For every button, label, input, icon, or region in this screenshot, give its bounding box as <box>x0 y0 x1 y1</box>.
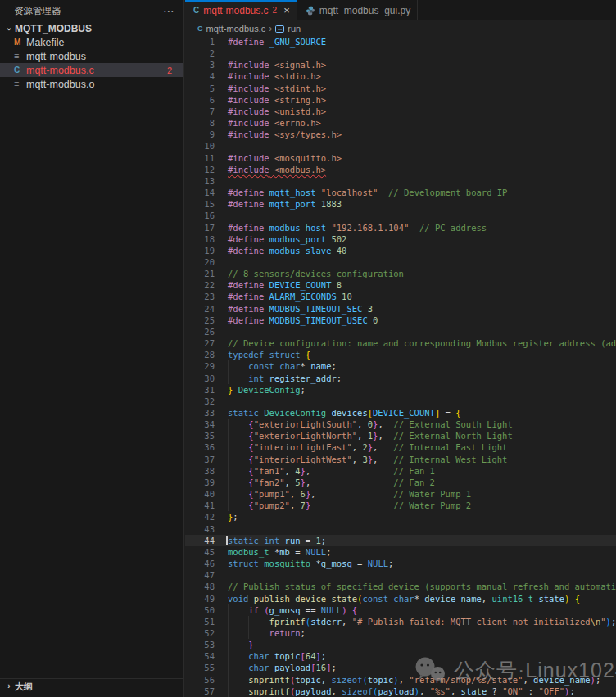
code-line[interactable]: 14#define mqtt_host "localhost" // Devel… <box>185 187 616 198</box>
code-line[interactable]: 48// Publish status of specified device … <box>185 581 616 592</box>
code-line[interactable]: 11#include <mosquitto.h> <box>185 152 616 164</box>
code-line[interactable]: 57 snprintf(payload, sizeof(payload), "%… <box>185 686 616 697</box>
code-line[interactable]: 27// Device configuration: name and corr… <box>185 337 616 349</box>
code-line[interactable]: 4#include <stdio.h> <box>185 70 616 82</box>
line-text: #define MODBUS_TIMEOUT_USEC 0 <box>228 315 378 326</box>
code-line[interactable]: 10 <box>185 140 616 152</box>
code-line[interactable]: 36 {"interiorLightEast", 2}, // Internal… <box>185 441 616 453</box>
more-actions-icon[interactable]: ⋯ <box>163 4 175 17</box>
code-line[interactable]: 41 {"pump2", 7} // Water Pump 2 <box>185 500 616 511</box>
code-line[interactable]: 12#include <modbus.h> <box>185 164 616 175</box>
file-name: Makefile <box>26 37 183 48</box>
line-text: #include <signal.h> <box>228 59 326 70</box>
code-line[interactable]: 37 {"interiorLightWest", 3}, // Internal… <box>185 454 616 465</box>
code-line[interactable]: 1#define _GNU_SOURCE <box>185 36 616 48</box>
code-line[interactable]: 51 fprintf(stderr, "# Publish failed: MQ… <box>185 616 616 627</box>
code-line[interactable]: 46struct mosquitto *g_mosq = NULL; <box>185 558 616 569</box>
tab-mqtt-modbus-c[interactable]: C mqtt-modbus.c 2 × <box>185 0 297 20</box>
code-line[interactable]: 34 {"exteriorLightSouth", 0}, // Externa… <box>185 419 616 430</box>
tree-item-makefile[interactable]: MMakefile <box>0 35 183 49</box>
line-number: 47 <box>185 569 215 581</box>
tab-mqtt-modbus-gui-py[interactable]: mqtt_modbus_gui.py <box>297 0 418 20</box>
code-line[interactable]: 42}; <box>185 511 616 523</box>
explorer-title: 资源管理器 <box>14 5 163 17</box>
code-line[interactable]: 45modbus_t *mb = NULL; <box>185 546 616 558</box>
tree-item-mqtt-modbus[interactable]: ≡mqtt-modbus <box>0 49 183 63</box>
code-line[interactable]: 22#define DEVICE_COUNT 8 <box>185 279 616 291</box>
breadcrumb-symbol[interactable]: run <box>288 24 301 34</box>
line-number: 37 <box>185 454 215 465</box>
code-line[interactable]: 3#include <signal.h> <box>185 59 616 70</box>
line-text: int register_addr; <box>228 373 342 384</box>
code-line[interactable]: 5#include <stdint.h> <box>185 83 616 94</box>
code-line[interactable]: 9#include <sys/types.h> <box>185 129 616 140</box>
code-line[interactable]: 20 <box>185 256 616 268</box>
code-line[interactable]: 53 } <box>185 639 616 650</box>
line-number: 19 <box>185 245 215 256</box>
line-text: char payload[16]; <box>228 662 337 673</box>
line-number: 2 <box>185 48 215 59</box>
code-line[interactable]: 15#define mqtt_port 1883 <box>185 198 616 210</box>
code-line[interactable]: 23#define ALARM_SECONDS 10 <box>185 291 616 302</box>
close-icon[interactable]: × <box>283 5 290 16</box>
line-text: {"fan1", 4}, // Fan 1 <box>228 465 435 477</box>
line-text: #define _GNU_SOURCE <box>228 36 326 48</box>
code-line[interactable]: 29 const char* name; <box>185 360 616 372</box>
code-line[interactable]: 56 snprintf(topic, sizeof(topic), "refar… <box>185 674 616 686</box>
code-line[interactable]: 52 return; <box>185 627 616 639</box>
code-line[interactable]: 6#include <string.h> <box>185 94 616 106</box>
code-line[interactable]: 31} DeviceConfig; <box>185 384 616 396</box>
code-line[interactable]: 13 <box>185 175 616 187</box>
code-line[interactable]: 17#define modbus_host "192.168.1.104" //… <box>185 222 616 233</box>
code-line[interactable]: 38 {"fan1", 4}, // Fan 1 <box>185 465 616 477</box>
breadcrumb-file[interactable]: mqtt-modbus.c <box>206 24 266 34</box>
line-number: 5 <box>185 83 215 94</box>
code-editor[interactable]: 1#define _GNU_SOURCE23#include <signal.h… <box>185 36 616 697</box>
line-number: 15 <box>185 198 215 210</box>
outline-section-header[interactable]: › 大纲 <box>0 678 183 695</box>
code-line[interactable]: 35 {"exteriorLightNorth", 1}, // Externa… <box>185 430 616 441</box>
code-line[interactable]: 24#define MODBUS_TIMEOUT_SEC 3 <box>185 303 616 315</box>
code-line[interactable]: 16 <box>185 210 616 221</box>
line-number: 6 <box>185 94 215 106</box>
code-line[interactable]: 43 <box>185 523 616 535</box>
code-line[interactable]: 30 int register_addr; <box>185 373 616 384</box>
indent-guide <box>228 419 229 430</box>
tree-item-mqtt-modbus-o[interactable]: ≡mqtt-modbus.o <box>0 77 183 91</box>
code-line[interactable]: 44static int run = 1; <box>185 535 616 546</box>
code-line[interactable]: 54 char topic[64]; <box>185 650 616 662</box>
tab-label: mqtt-modbus.c <box>203 5 268 16</box>
code-line[interactable]: 18#define modbus_port 502 <box>185 233 616 245</box>
line-number: 50 <box>185 604 215 616</box>
code-line[interactable]: 32 <box>185 396 616 407</box>
explorer-header: 资源管理器 ⋯ <box>0 0 183 21</box>
line-text: #include <sys/types.h> <box>228 129 342 140</box>
code-line[interactable]: 21// 8 sensors/devices configuration <box>185 268 616 279</box>
c-file-icon: C <box>14 66 26 75</box>
code-line[interactable]: 40 {"pump1", 6}, // Water Pump 1 <box>185 488 616 500</box>
line-text: char topic[64]; <box>228 650 326 662</box>
code-line[interactable]: 49void publish_device_state(const char* … <box>185 593 616 604</box>
tree-item-mqtt-modbus-c[interactable]: Cmqtt-modbus.c2 <box>0 63 183 77</box>
code-line[interactable]: 50 if (g_mosq == NULL) { <box>185 604 616 616</box>
line-number: 22 <box>185 279 215 291</box>
line-number: 49 <box>185 593 215 604</box>
text-cursor <box>226 536 228 545</box>
code-line[interactable]: 7#include <unistd.h> <box>185 106 616 117</box>
code-line[interactable]: 33static DeviceConfig devices[DEVICE_COU… <box>185 407 616 419</box>
code-line[interactable]: 2 <box>185 48 616 59</box>
breadcrumb: C mqtt-modbus.c › run <box>185 20 616 36</box>
code-line[interactable]: 26 <box>185 326 616 337</box>
code-line[interactable]: 55 char payload[16]; <box>185 662 616 673</box>
folder-row-mqtt-modbus[interactable]: ⌄ MQTT_MODBUS <box>0 21 183 35</box>
code-line[interactable]: 39 {"fan2", 5}, // Fan 2 <box>185 477 616 488</box>
line-number: 21 <box>185 268 215 279</box>
code-line[interactable]: 28typedef struct { <box>185 349 616 360</box>
line-number: 24 <box>185 303 215 315</box>
code-line[interactable]: 8#include <errno.h> <box>185 117 616 129</box>
code-line[interactable]: 25#define MODBUS_TIMEOUT_USEC 0 <box>185 315 616 326</box>
line-number: 20 <box>185 256 215 268</box>
code-line[interactable]: 47 <box>185 569 616 581</box>
indent-guide <box>228 686 229 697</box>
code-line[interactable]: 19#define modbus_slave 40 <box>185 245 616 256</box>
